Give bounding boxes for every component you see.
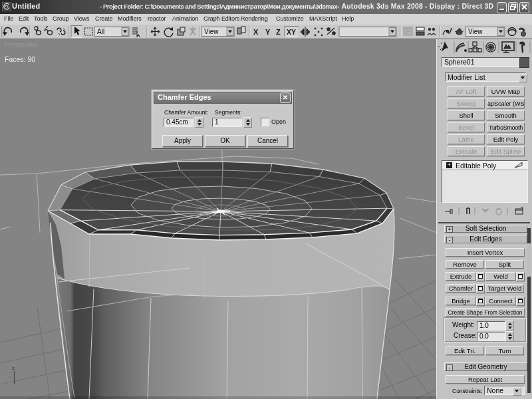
svg-text:Z: Z xyxy=(276,28,281,36)
svg-text:View: View xyxy=(204,28,219,35)
svg-text:z: z xyxy=(12,365,15,371)
svg-text:All: All xyxy=(97,28,104,35)
svg-text:x: x xyxy=(9,374,11,379)
svg-text:X: X xyxy=(253,28,259,36)
svg-text:XY: XY xyxy=(287,28,296,36)
svg-text:Y: Y xyxy=(265,28,271,36)
svg-text:View: View xyxy=(468,28,483,35)
